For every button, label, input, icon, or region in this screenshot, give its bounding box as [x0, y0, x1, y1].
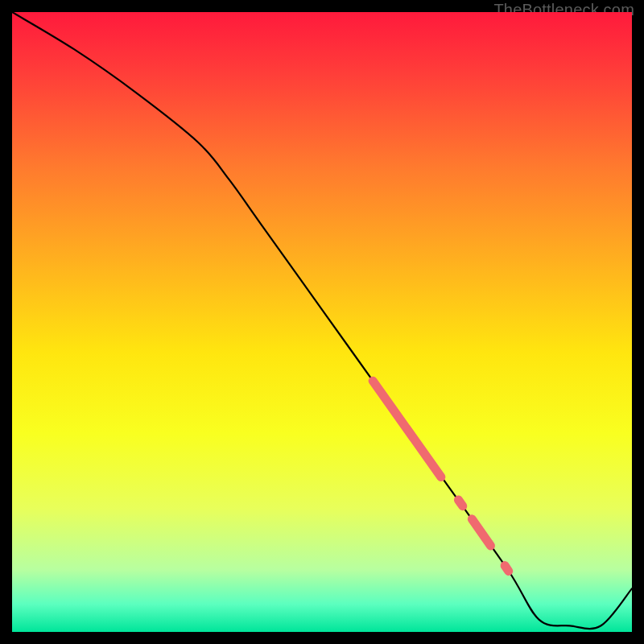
chart-frame: TheBottleneck.com: [0, 0, 644, 644]
gradient-background: [12, 12, 632, 632]
highlight-segment: [505, 566, 509, 572]
highlight-segment: [458, 500, 462, 506]
plot-area: [12, 12, 632, 632]
chart-svg: [12, 12, 632, 632]
